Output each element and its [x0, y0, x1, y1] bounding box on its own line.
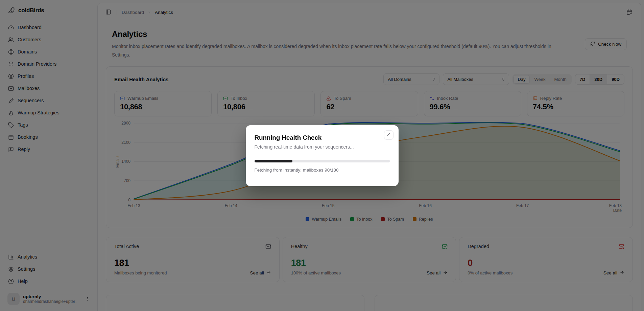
modal-subtitle: Fetching real-time data from your sequen… — [255, 144, 390, 150]
progress-fill — [255, 160, 292, 162]
modal-status: Fetching from instantly: mailboxes 90/18… — [255, 168, 390, 173]
close-icon — [386, 132, 391, 138]
close-button[interactable] — [384, 130, 393, 140]
progress-bar — [255, 160, 390, 162]
health-check-modal: Running Health Check Fetching real-time … — [246, 125, 399, 186]
modal-title: Running Health Check — [255, 134, 390, 141]
modal-overlay: Running Health Check Fetching real-time … — [0, 0, 644, 311]
